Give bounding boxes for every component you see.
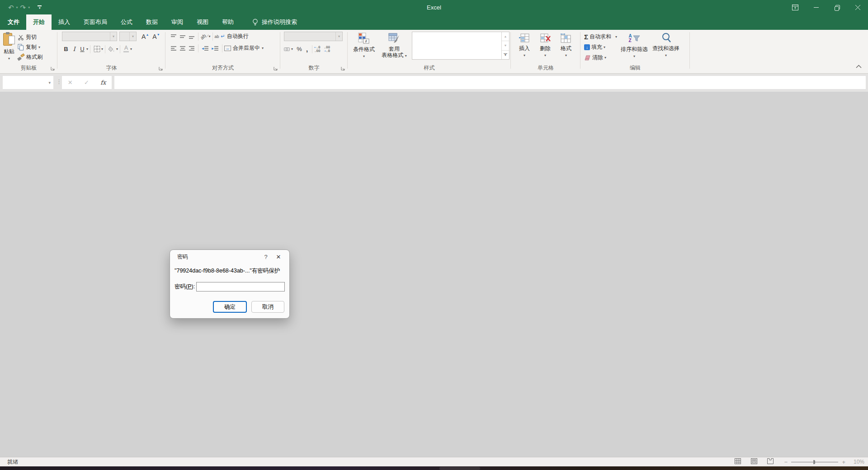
- alignment-dialog-launcher[interactable]: [274, 66, 278, 71]
- merge-center-button[interactable]: ↔ 合并后居中 ▾: [224, 43, 264, 53]
- number-dialog-launcher[interactable]: [341, 66, 345, 71]
- underline-dropdown[interactable]: ▾: [86, 47, 88, 51]
- gallery-more-button[interactable]: ▼: [502, 51, 509, 59]
- borders-dropdown[interactable]: ▾: [101, 47, 103, 51]
- zoom-out-button[interactable]: −: [784, 459, 788, 465]
- ribbon-display-options-button[interactable]: [785, 0, 806, 14]
- name-box-dropdown-icon[interactable]: ▾: [48, 80, 51, 85]
- tab-data[interactable]: 数据: [139, 14, 165, 30]
- decrease-decimal-button[interactable]: .00→.0: [324, 46, 330, 53]
- undo-icon[interactable]: ↶: [8, 4, 14, 11]
- minimize-button[interactable]: [806, 0, 826, 14]
- zoom-slider[interactable]: [791, 459, 838, 465]
- conditional-formatting-button[interactable]: ≠ 条件格式 ▾: [351, 32, 377, 60]
- align-left-button[interactable]: [169, 43, 178, 53]
- fill-color-dropdown[interactable]: ▾: [116, 47, 118, 51]
- align-bottom-button[interactable]: [187, 32, 196, 41]
- collapse-ribbon-button[interactable]: [856, 63, 862, 70]
- underline-button[interactable]: U: [78, 44, 86, 54]
- comma-style-button[interactable]: ,: [304, 44, 310, 54]
- cancel-button[interactable]: 取消: [251, 301, 284, 313]
- sort-filter-button[interactable]: AZ 排序和筛选 ▾: [620, 32, 649, 63]
- fill-color-button[interactable]: [107, 44, 116, 54]
- redo-icon[interactable]: ↷: [20, 4, 26, 11]
- increase-indent-button[interactable]: ▸: [210, 43, 220, 53]
- clear-button[interactable]: 清除 ▾: [584, 52, 617, 63]
- accounting-format-button[interactable]: [284, 44, 291, 54]
- gallery-scroll-up[interactable]: ▲: [502, 32, 509, 41]
- align-center-button[interactable]: [178, 43, 187, 53]
- dialog-close-button[interactable]: ✕: [272, 254, 285, 260]
- delete-cells-icon: [540, 33, 551, 43]
- zoom-in-button[interactable]: +: [842, 459, 845, 465]
- close-button[interactable]: [847, 0, 868, 14]
- font-name-combobox[interactable]: ▾: [62, 32, 117, 41]
- clipboard-dialog-launcher[interactable]: [51, 66, 55, 71]
- insert-function-icon[interactable]: fx: [100, 79, 106, 86]
- restore-button[interactable]: [826, 0, 847, 14]
- tab-view[interactable]: 视图: [190, 14, 215, 30]
- cancel-entry-icon[interactable]: ✕: [68, 79, 73, 86]
- italic-button[interactable]: I: [70, 44, 78, 54]
- copy-button[interactable]: 复制 ▾: [18, 42, 42, 52]
- ok-button[interactable]: 确定: [213, 301, 247, 313]
- insert-cells-button[interactable]: 插入 ▾: [515, 32, 533, 57]
- font-dialog-launcher[interactable]: [159, 66, 163, 71]
- format-as-table-button[interactable]: 套用 表格格式 ▾: [380, 32, 408, 60]
- cut-button[interactable]: 剪切: [18, 33, 42, 42]
- find-select-button[interactable]: 查找和选择 ▾: [651, 32, 680, 63]
- cell-styles-gallery[interactable]: ▲ ▼ ▼: [412, 32, 509, 60]
- normal-view-button[interactable]: [735, 458, 741, 465]
- password-input[interactable]: [196, 282, 285, 291]
- increase-decimal-button[interactable]: ←.0.00: [314, 46, 321, 53]
- wrap-text-button[interactable]: ab↵ 自动换行: [215, 32, 249, 41]
- orientation-dropdown[interactable]: ▾: [209, 35, 211, 38]
- accounting-dropdown[interactable]: ▾: [291, 47, 293, 51]
- format-cells-button[interactable]: 格式 ▾: [557, 32, 575, 57]
- group-label-clipboard: 剪贴板: [0, 64, 57, 72]
- dialog-help-button[interactable]: ?: [259, 254, 272, 260]
- confirm-entry-icon[interactable]: ✓: [84, 79, 89, 86]
- paste-button[interactable]: 粘贴 ▾: [3, 32, 15, 62]
- quick-access-toolbar: ↶ ▾ ↷ ▾ ▾: [8, 4, 42, 11]
- tab-file[interactable]: 文件: [1, 14, 26, 30]
- tab-formulas[interactable]: 公式: [114, 14, 139, 30]
- bold-button[interactable]: B: [62, 44, 70, 54]
- tab-home[interactable]: 开始: [26, 14, 52, 30]
- increase-font-size-button[interactable]: A▲: [142, 33, 146, 40]
- fill-button[interactable]: ↓ 填充 ▾: [584, 42, 617, 52]
- align-right-button[interactable]: [187, 43, 196, 53]
- zoom-slider-thumb[interactable]: [813, 460, 815, 464]
- tab-insert[interactable]: 插入: [52, 14, 77, 30]
- tab-help[interactable]: 帮助: [215, 14, 241, 30]
- name-box[interactable]: ▾: [3, 76, 53, 89]
- page-layout-view-button[interactable]: [751, 458, 757, 465]
- customize-qat-icon[interactable]: ▾: [38, 5, 42, 9]
- borders-button[interactable]: [92, 44, 101, 54]
- formula-input[interactable]: [114, 76, 866, 89]
- autosum-button[interactable]: Σ 自动求和 ▾: [584, 32, 617, 42]
- font-color-dropdown[interactable]: ▾: [130, 47, 132, 51]
- gallery-scroll-down[interactable]: ▼: [502, 41, 509, 50]
- tell-me-search[interactable]: 操作说明搜索: [252, 14, 297, 30]
- font-color-button[interactable]: A: [122, 44, 130, 54]
- formula-bar-splitter[interactable]: ⋮: [56, 78, 62, 85]
- decrease-indent-button[interactable]: ◂: [200, 43, 210, 53]
- page-break-preview-button[interactable]: [767, 458, 774, 465]
- format-painter-button[interactable]: 格式刷: [18, 52, 42, 62]
- tab-page-layout[interactable]: 页面布局: [77, 14, 114, 30]
- redo-dropdown-icon[interactable]: ▾: [28, 5, 30, 9]
- orientation-button[interactable]: ab⟋: [200, 32, 209, 41]
- percent-style-button[interactable]: %: [295, 44, 304, 54]
- workbook-canvas: 密码 ? ✕ "79924dac-f9b8-8e68-43ab-..."有密码保…: [0, 92, 868, 457]
- font-size-combobox[interactable]: ▾: [119, 32, 137, 41]
- title-bar: ↶ ▾ ↷ ▾ ▾ Excel: [0, 0, 868, 14]
- delete-cells-button[interactable]: 删除 ▾: [536, 32, 554, 57]
- decrease-font-size-button[interactable]: A▼: [152, 33, 156, 40]
- undo-dropdown-icon[interactable]: ▾: [16, 5, 18, 9]
- align-middle-button[interactable]: [178, 32, 187, 41]
- tab-review[interactable]: 审阅: [165, 14, 190, 30]
- align-top-button[interactable]: [169, 32, 178, 41]
- zoom-level[interactable]: 10%: [849, 459, 864, 465]
- number-format-combobox[interactable]: ▾: [284, 32, 343, 41]
